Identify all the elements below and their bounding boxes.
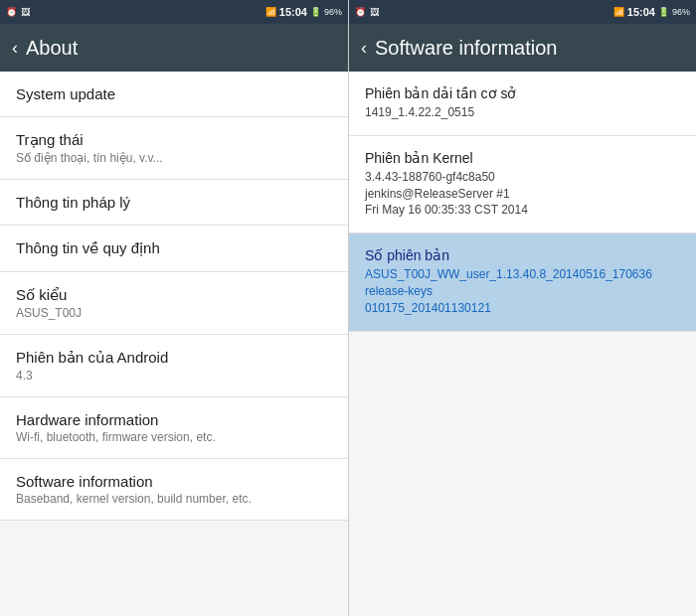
menu-item-regulations[interactable]: Thông tin về quy định [0, 226, 348, 272]
menu-item-title-1: Trạng thái [16, 131, 332, 149]
menu-item-title-0: System update [16, 85, 332, 102]
info-item-baseband: Phiên bản dải tần cơ sở 1419_1.4.22.2_05… [349, 72, 696, 136]
menu-item-subtitle-1: Số điện thoại, tín hiệu, v.v... [16, 151, 332, 165]
right-photo-icon: 🖼 [370, 7, 379, 17]
alarm-icon: ⏰ [6, 7, 17, 17]
menu-item-title-4: Số kiểu [16, 286, 332, 304]
battery-pct-right: 96% [672, 7, 690, 17]
battery-pct-left: 96% [324, 7, 342, 17]
info-item-kernel: Phiên bản Kernel 3.4.43-188760-gf4c8a50 … [349, 136, 696, 233]
right-time: 15:04 [627, 6, 655, 18]
menu-item-title-3: Thông tin về quy định [16, 239, 332, 257]
right-header-title: Software information [375, 37, 557, 60]
right-header: ‹ Software information [349, 24, 696, 72]
info-label-1: Phiên bản Kernel [365, 150, 680, 166]
right-signal-icon: 📶 [613, 7, 624, 17]
menu-item-model[interactable]: Số kiểu ASUS_T00J [0, 272, 348, 335]
info-item-build-number: Số phiên bản ASUS_T00J_WW_user_1.13.40.8… [349, 233, 696, 331]
left-panel: ⏰ 🖼 📶 15:04 🔋 96% ‹ About System update … [0, 0, 348, 616]
info-label-0: Phiên bản dải tần cơ sở [365, 85, 680, 101]
menu-item-title-2: Thông tin pháp lý [16, 194, 332, 211]
menu-item-subtitle-5: 4.3 [16, 369, 332, 383]
info-value-0: 1419_1.4.22.2_0515 [365, 104, 680, 121]
menu-item-title-7: Software information [16, 473, 332, 490]
info-value-1: 3.4.43-188760-gf4c8a50 jenkins@ReleaseSe… [365, 169, 680, 219]
right-status-right: 📶 15:04 🔋 96% [613, 6, 690, 18]
right-panel: ⏰ 🖼 📶 15:04 🔋 96% ‹ Software information… [348, 0, 696, 616]
right-back-arrow[interactable]: ‹ [361, 38, 367, 59]
menu-item-status[interactable]: Trạng thái Số điện thoại, tín hiệu, v.v.… [0, 117, 348, 180]
left-time: 15:04 [279, 6, 307, 18]
left-back-arrow[interactable]: ‹ [12, 38, 18, 59]
left-status-right: 📶 15:04 🔋 96% [265, 6, 342, 18]
right-status-bar: ⏰ 🖼 📶 15:04 🔋 96% [349, 0, 696, 24]
right-info-list: Phiên bản dải tần cơ sở 1419_1.4.22.2_05… [349, 72, 696, 616]
photo-icon: 🖼 [21, 7, 30, 17]
left-header-title: About [26, 37, 78, 60]
left-status-icons: ⏰ 🖼 [6, 7, 30, 17]
left-status-bar: ⏰ 🖼 📶 15:04 🔋 96% [0, 0, 348, 24]
left-menu-list: System update Trạng thái Số điện thoại, … [0, 72, 348, 616]
menu-item-subtitle-7: Baseband, kernel version, build number, … [16, 492, 332, 506]
menu-item-android-version[interactable]: Phiên bản của Android 4.3 [0, 335, 348, 397]
battery-icon-left: 🔋 [310, 7, 321, 17]
menu-item-subtitle-4: ASUS_T00J [16, 306, 332, 320]
menu-item-hardware[interactable]: Hardware information Wi-fi, bluetooth, f… [0, 397, 348, 459]
signal-icon: 📶 [265, 7, 276, 17]
menu-item-title-5: Phiên bản của Android [16, 349, 332, 367]
menu-item-title-6: Hardware information [16, 411, 332, 428]
right-status-icons: ⏰ 🖼 [355, 7, 379, 17]
right-alarm-icon: ⏰ [355, 7, 366, 17]
menu-item-system-update[interactable]: System update [0, 72, 348, 117]
menu-item-subtitle-6: Wi-fi, bluetooth, firmware version, etc. [16, 430, 332, 444]
info-value-2: ASUS_T00J_WW_user_1.13.40.8_20140516_170… [365, 266, 680, 316]
info-label-2: Số phiên bản [365, 247, 680, 263]
left-header: ‹ About [0, 24, 348, 72]
menu-item-software[interactable]: Software information Baseband, kernel ve… [0, 459, 348, 521]
menu-item-legal[interactable]: Thông tin pháp lý [0, 180, 348, 226]
battery-icon-right: 🔋 [658, 7, 669, 17]
